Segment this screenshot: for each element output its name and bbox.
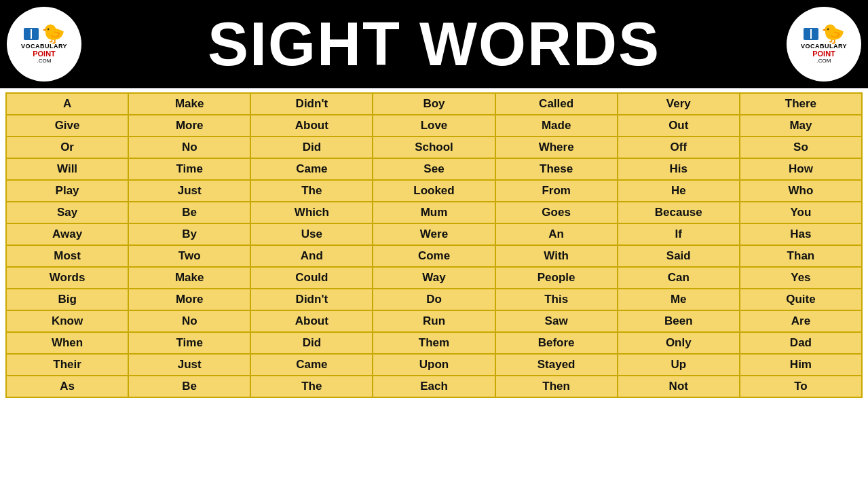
logo-point-text: POINT [33, 50, 56, 58]
table-cell: May [740, 115, 862, 137]
table-cell: Where [495, 137, 618, 158]
table-cell: Been [618, 310, 740, 332]
table-cell: If [618, 223, 740, 245]
table-cell: Upon [373, 354, 495, 376]
table-cell: Just [128, 180, 250, 202]
table-cell: Didn't [250, 93, 373, 115]
table-cell: How [740, 158, 862, 180]
table-cell: Made [495, 115, 618, 137]
table-cell: Way [373, 267, 495, 289]
table-cell: More [128, 115, 250, 137]
table-cell: Can [618, 267, 740, 289]
table-cell: Has [740, 223, 862, 245]
logo-right: 🐤 VOCABULARY POINT .COM [787, 7, 861, 82]
table-cell: Make [128, 93, 250, 115]
logo-com-text: .COM [37, 58, 52, 64]
table-cell: School [373, 137, 495, 158]
table-cell: Run [373, 310, 495, 332]
table-cell: Not [618, 376, 740, 397]
table-row: AwayByUseWereAnIfHas [6, 223, 862, 245]
table-cell: See [373, 158, 495, 180]
table-cell: As [6, 376, 128, 397]
table-row: TheirJustCameUponStayedUpHim [6, 354, 862, 376]
table-cell: Saw [495, 310, 618, 332]
table-cell: Big [6, 289, 128, 310]
table-cell: Be [128, 376, 250, 397]
table-cell: Be [128, 202, 250, 223]
table-cell: Did [250, 332, 373, 354]
table-cell: Come [373, 245, 495, 267]
table-cell: Know [6, 310, 128, 332]
table-cell: When [6, 332, 128, 354]
table-row: AsBeTheEachThenNotTo [6, 376, 862, 397]
table-cell: Looked [373, 180, 495, 202]
table-cell: An [495, 223, 618, 245]
table-cell: Came [250, 158, 373, 180]
table-cell: Yes [740, 267, 862, 289]
table-cell: Dad [740, 332, 862, 354]
table-cell: Make [128, 267, 250, 289]
header: 🐤 VOCABULARY POINT .COM SIGHT WORDS 🐤 VO… [0, 0, 868, 88]
table-cell: Do [373, 289, 495, 310]
table-cell: The [250, 376, 373, 397]
table-cell: Quite [740, 289, 862, 310]
table-cell: Just [128, 354, 250, 376]
table-cell: And [250, 245, 373, 267]
table-cell: You [740, 202, 862, 223]
table-cell: From [495, 180, 618, 202]
logo-left: 🐤 VOCABULARY POINT .COM [7, 7, 81, 82]
table-cell: More [128, 289, 250, 310]
table-cell: People [495, 267, 618, 289]
table-cell: Called [495, 93, 618, 115]
table-cell: Me [618, 289, 740, 310]
table-row: AMakeDidn'tBoyCalledVeryThere [6, 93, 862, 115]
table-cell: Very [618, 93, 740, 115]
table-cell: This [495, 289, 618, 310]
table-cell: No [128, 137, 250, 158]
sight-words-table: AMakeDidn'tBoyCalledVeryThereGiveMoreAbo… [5, 92, 863, 398]
table-cell: His [618, 158, 740, 180]
table-cell: Said [618, 245, 740, 267]
table-cell: Before [495, 332, 618, 354]
page-title: SIGHT WORDS [208, 14, 660, 75]
table-cell: Them [373, 332, 495, 354]
table-cell: To [740, 376, 862, 397]
table-cell: Or [6, 137, 128, 158]
table-cell: Each [373, 376, 495, 397]
table-cell: Up [618, 354, 740, 376]
table-cell: Came [250, 354, 373, 376]
table-cell: Most [6, 245, 128, 267]
table-cell: These [495, 158, 618, 180]
table-cell: Will [6, 158, 128, 180]
table-row: WhenTimeDidThemBeforeOnlyDad [6, 332, 862, 354]
table-cell: Play [6, 180, 128, 202]
table-cell: He [618, 180, 740, 202]
table-cell: So [740, 137, 862, 158]
table-cell: Him [740, 354, 862, 376]
table-cell: Are [740, 310, 862, 332]
table-cell: Were [373, 223, 495, 245]
table-row: BigMoreDidn'tDoThisMeQuite [6, 289, 862, 310]
table-row: KnowNoAboutRunSawBeenAre [6, 310, 862, 332]
logo-com-text-right: .COM [817, 58, 831, 64]
table-cell: Away [6, 223, 128, 245]
table-cell: There [740, 93, 862, 115]
table-cell: Which [250, 202, 373, 223]
table-cell: Use [250, 223, 373, 245]
book-icon-right [804, 28, 818, 40]
sight-words-table-wrapper: AMakeDidn'tBoyCalledVeryThereGiveMoreAbo… [0, 88, 868, 402]
table-cell: Because [618, 202, 740, 223]
table-cell: Than [740, 245, 862, 267]
table-cell: About [250, 115, 373, 137]
table-cell: Could [250, 267, 373, 289]
table-row: SayBeWhichMumGoesBecauseYou [6, 202, 862, 223]
table-row: GiveMoreAboutLoveMadeOutMay [6, 115, 862, 137]
table-cell: Time [128, 332, 250, 354]
table-cell: Did [250, 137, 373, 158]
logo-point-text-right: POINT [812, 50, 835, 58]
table-cell: Didn't [250, 289, 373, 310]
table-cell: Words [6, 267, 128, 289]
table-cell: About [250, 310, 373, 332]
table-row: WordsMakeCouldWayPeopleCanYes [6, 267, 862, 289]
table-cell: Two [128, 245, 250, 267]
